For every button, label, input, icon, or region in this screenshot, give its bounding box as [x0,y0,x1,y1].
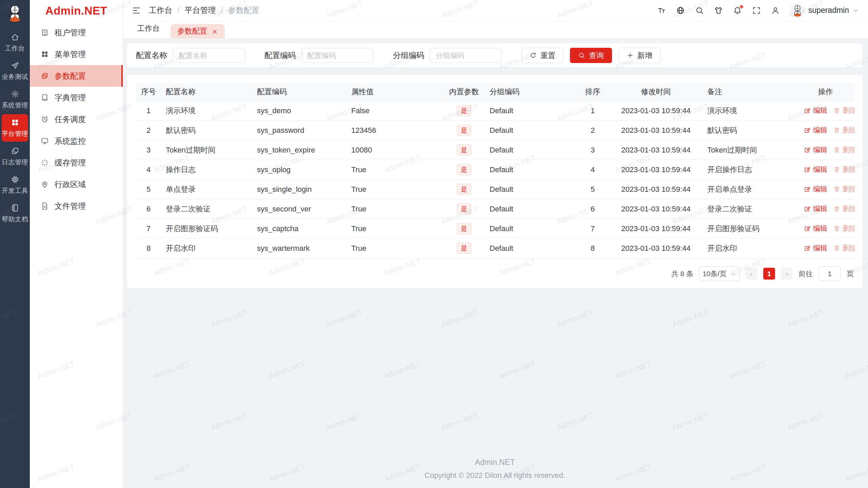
cell-time: 2023-01-03 10:59:44 [609,239,703,258]
app-logo-avatar[interactable] [5,3,24,23]
config-table: 序号 配置名称 配置编码 属性值 内置参数 分组编码 排序 修改时间 备注 操作… [136,83,855,258]
fullscreen-icon[interactable] [752,6,761,15]
cell-sort: 4 [576,160,609,180]
edit-button[interactable]: 编辑 [804,145,827,155]
language-icon[interactable] [676,6,685,15]
footer-copyright: Copyright © 2022 Dilon All rights reserv… [127,471,863,480]
user-settings-icon[interactable] [771,6,780,15]
sidebar-item-label: 文件管理 [55,201,86,211]
chevron-down-icon [852,7,859,14]
builtin-tag: 是 [457,223,471,234]
table-row: 6登录二次验证sys_second_verTrue是Default62023-0… [136,199,855,219]
cell-index: 5 [136,180,161,199]
search-icon [578,52,585,59]
delete-button[interactable]: 删除 [833,243,855,253]
prev-page-button[interactable] [746,268,757,280]
sidebar-item[interactable]: 行政区域 [30,174,123,195]
rail-item[interactable]: 帮助文档 [2,200,28,227]
rail-item[interactable]: 开发工具 [2,171,28,199]
column-header-index: 序号 [136,83,161,101]
global-search-icon[interactable] [695,6,704,15]
group-code-label: 分组编码 [393,50,424,61]
edit-button[interactable]: 编辑 [804,184,827,194]
breadcrumb-item-workbench[interactable]: 工作台 [149,5,172,16]
cell-code: sys_token_expire [252,140,347,160]
delete-button[interactable]: 删除 [833,125,855,135]
edit-button[interactable]: 编辑 [804,243,827,253]
brand-logo[interactable]: Admin.NET [30,0,123,22]
toolbar-buttons: 重置 查询 新增 [521,48,660,63]
cell-builtin: 是 [443,140,485,160]
cell-sort: 7 [576,219,609,239]
user-menu[interactable]: superadmin [790,3,859,18]
cell-group: Default [485,160,576,180]
sidebar-item[interactable]: 系统监控 [30,130,123,152]
sidebar-item[interactable]: 参数配置 [30,65,123,87]
tab-close-icon[interactable] [212,28,218,35]
cell-group: Default [485,180,576,199]
cell-name: 演示环境 [161,101,252,121]
cell-actions: 编辑删除 [796,219,855,239]
cell-name: 开启图形验证码 [161,219,252,239]
delete-button[interactable]: 删除 [833,204,855,214]
cell-name: Token过期时间 [161,140,252,160]
rail-item-label: 帮助文档 [2,215,28,224]
delete-button[interactable]: 删除 [833,224,855,233]
edit-button[interactable]: 编辑 [804,106,827,115]
breadcrumb-item-platform[interactable]: 平台管理 [184,5,216,16]
tab-label: 参数配置 [177,26,207,36]
edit-button[interactable]: 编辑 [804,165,827,174]
page-number-button[interactable]: 1 [763,268,775,280]
edit-button[interactable]: 编辑 [804,224,827,233]
config-name-input[interactable] [173,48,245,63]
edit-button[interactable]: 编辑 [804,125,827,135]
cell-remark: 开启水印 [703,239,796,258]
sidebar-item[interactable]: 租户管理 [30,22,123,43]
cell-code: sys_captcha [252,219,347,239]
chevron-left-icon [749,271,754,277]
rail-item[interactable]: 平台管理 [2,114,28,142]
cell-name: 登录二次验证 [161,199,252,219]
sidebar-item[interactable]: 文件管理 [30,195,123,217]
sidebar-item[interactable]: 任务调度 [30,108,123,130]
tab-workbench[interactable]: 工作台 [136,23,161,38]
query-button[interactable]: 查询 [570,48,612,63]
sidebar-item[interactable]: 菜单管理 [30,43,123,65]
add-button[interactable]: 新增 [618,48,660,63]
sidebar-item-label: 菜单管理 [55,49,86,60]
page-size-select[interactable]: 10条/页 [699,266,740,281]
group-code-input[interactable] [430,48,502,63]
delete-button[interactable]: 删除 [833,106,855,115]
goto-page-input[interactable] [818,266,841,281]
sidebar-collapse-icon[interactable] [132,6,141,15]
cell-remark: 开启图形验证码 [703,219,796,239]
column-header-builtin: 内置参数 [443,83,485,101]
next-page-button[interactable] [781,268,793,280]
cell-remark: 演示环境 [703,101,796,121]
rail-item[interactable]: 业务测试 [2,57,28,85]
rail-item[interactable]: 系统管理 [2,86,28,113]
tab-config-active[interactable]: 参数配置 [171,24,225,38]
cell-builtin: 是 [443,180,485,199]
notification-bell-icon[interactable] [733,6,742,15]
sidebar-item[interactable]: 字典管理 [30,87,123,108]
rail-item[interactable]: 日志管理 [2,143,28,170]
rail-item[interactable]: 工作台 [2,29,28,56]
reset-button[interactable]: 重置 [521,48,564,63]
delete-button[interactable]: 删除 [833,145,855,155]
sidebar-item-label: 行政区域 [55,179,86,190]
edit-icon [804,107,811,114]
cell-value: True [347,239,443,258]
edit-button[interactable]: 编辑 [804,204,827,214]
cell-index: 1 [136,101,161,121]
theme-skin-icon[interactable] [714,6,723,15]
config-code-input[interactable] [301,48,373,63]
font-size-icon[interactable] [657,6,666,15]
cache-icon [41,159,49,167]
main-area: 工作台 / 平台管理 / 参数配置 superadmin 工作台 参数配置 [123,0,868,488]
sidebar-item[interactable]: 缓存管理 [30,152,123,174]
delete-button[interactable]: 删除 [833,165,855,174]
table-row: 7开启图形验证码sys_captchaTrue是Default72023-01-… [136,219,855,239]
delete-button[interactable]: 删除 [833,184,855,194]
cell-builtin: 是 [443,239,485,258]
